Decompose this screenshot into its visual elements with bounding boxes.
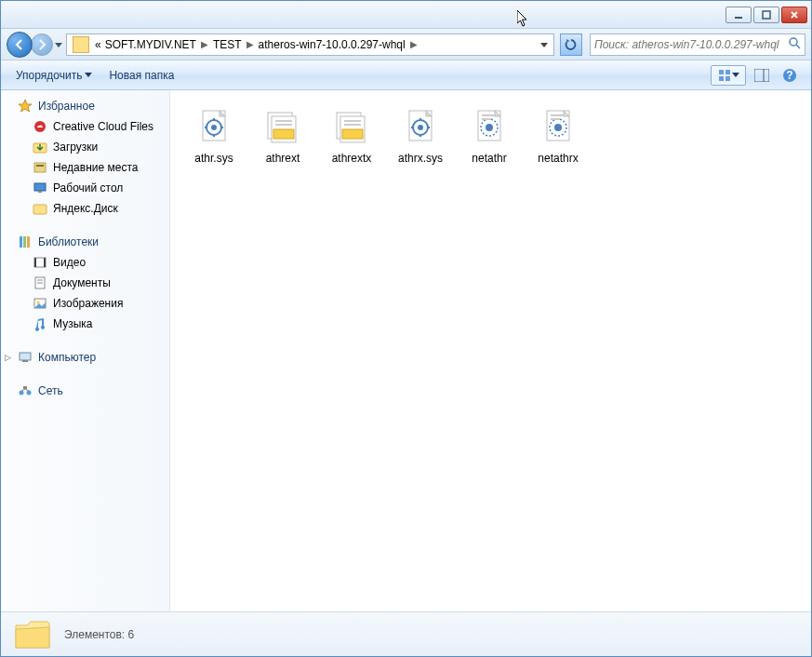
preview-pane-button[interactable] bbox=[750, 65, 774, 86]
search-icon[interactable] bbox=[788, 36, 801, 52]
statusbar: Элементов: 6 bbox=[1, 611, 811, 656]
file-item[interactable]: netathrx bbox=[524, 103, 592, 168]
document-icon bbox=[33, 275, 47, 290]
svg-rect-48 bbox=[275, 124, 292, 126]
breadcrumb-prefix[interactable]: « bbox=[93, 34, 103, 55]
view-mode-button[interactable] bbox=[711, 65, 746, 86]
computer-label: Компьютер bbox=[38, 351, 96, 364]
minimize-button[interactable] bbox=[725, 7, 752, 23]
address-dropdown[interactable] bbox=[537, 38, 552, 51]
file-list[interactable]: athr.sysathrextathrextxathrx.sysnetathrn… bbox=[170, 90, 811, 611]
search-input[interactable] bbox=[594, 38, 788, 51]
chevron-down-icon bbox=[732, 73, 739, 77]
library-icon bbox=[18, 235, 33, 249]
toolbar: Упорядочить Новая папка ? bbox=[1, 60, 811, 90]
svg-rect-18 bbox=[33, 205, 47, 214]
sidebar-item-documents[interactable]: Документы bbox=[1, 273, 169, 293]
refresh-button[interactable] bbox=[560, 34, 582, 56]
new-folder-label: Новая папка bbox=[109, 69, 174, 82]
svg-rect-1 bbox=[763, 11, 770, 19]
sidebar-item-downloads[interactable]: Загрузки bbox=[1, 137, 169, 157]
sidebar-item-pictures[interactable]: Изображения bbox=[1, 293, 169, 314]
breadcrumb-item[interactable]: TEST bbox=[211, 34, 244, 55]
chevron-right-icon: ▶ bbox=[407, 39, 420, 49]
file-label: athrextx bbox=[332, 152, 372, 165]
svg-rect-14 bbox=[34, 163, 46, 172]
network-group: Сеть bbox=[1, 381, 169, 401]
libraries-header[interactable]: Библиотеки bbox=[1, 232, 169, 252]
sidebar-item-yandex-disk[interactable]: Яндекс.Диск bbox=[1, 198, 169, 219]
window-controls bbox=[725, 7, 807, 23]
breadcrumb-item[interactable]: atheros-win7-10.0.0.297-whql bbox=[257, 34, 407, 55]
sidebar-item-desktop[interactable]: Рабочий стол bbox=[1, 178, 169, 198]
chevron-right-icon: ▶ bbox=[244, 39, 257, 49]
star-icon bbox=[18, 99, 33, 114]
address-bar[interactable]: « SOFT.MYDIV.NET ▶ TEST ▶ atheros-win7-1… bbox=[66, 34, 554, 56]
organize-button[interactable]: Упорядочить bbox=[10, 67, 98, 84]
expander-icon: ▷ bbox=[5, 353, 11, 362]
libraries-group: Библиотеки Видео Документы Изображения М… bbox=[1, 232, 169, 334]
file-type-icon bbox=[538, 107, 579, 148]
item-label: Изображения bbox=[53, 297, 123, 310]
svg-rect-69 bbox=[551, 114, 564, 116]
file-item[interactable]: athr.sys bbox=[180, 103, 248, 168]
svg-point-63 bbox=[486, 124, 493, 131]
main-area: Избранное Creative Cloud Files Загрузки … bbox=[1, 90, 811, 611]
file-item[interactable]: netathr bbox=[455, 103, 524, 168]
svg-rect-20 bbox=[23, 236, 26, 248]
svg-line-3 bbox=[796, 45, 800, 48]
history-dropdown[interactable] bbox=[55, 38, 62, 51]
sidebar: Избранное Creative Cloud Files Загрузки … bbox=[1, 90, 170, 611]
forward-button[interactable] bbox=[31, 34, 53, 56]
file-type-icon bbox=[193, 107, 234, 148]
svg-rect-65 bbox=[482, 118, 491, 120]
svg-rect-34 bbox=[23, 386, 27, 389]
close-button[interactable] bbox=[781, 7, 807, 23]
file-item[interactable]: athrextx bbox=[317, 103, 386, 168]
breadcrumb-item[interactable]: SOFT.MYDIV.NET bbox=[103, 34, 198, 55]
svg-rect-52 bbox=[344, 120, 361, 122]
svg-rect-17 bbox=[38, 191, 42, 193]
sidebar-item-creative-cloud[interactable]: Creative Cloud Files bbox=[1, 116, 169, 137]
back-button[interactable] bbox=[7, 32, 33, 58]
file-label: athr.sys bbox=[194, 152, 233, 165]
item-label: Недавние места bbox=[53, 161, 138, 174]
item-label: Creative Cloud Files bbox=[53, 120, 153, 133]
svg-rect-31 bbox=[22, 360, 28, 362]
network-label: Сеть bbox=[38, 384, 63, 397]
svg-rect-21 bbox=[27, 236, 30, 248]
network-header[interactable]: Сеть bbox=[1, 381, 169, 401]
sidebar-item-video[interactable]: Видео bbox=[1, 252, 169, 273]
downloads-icon bbox=[33, 140, 47, 154]
file-label: netathrx bbox=[538, 152, 578, 165]
item-label: Загрузки bbox=[53, 141, 98, 154]
svg-point-33 bbox=[27, 391, 32, 396]
libraries-label: Библиотеки bbox=[38, 235, 99, 248]
svg-rect-23 bbox=[34, 258, 36, 267]
titlebar bbox=[1, 1, 811, 29]
sidebar-item-recent[interactable]: Недавние места bbox=[1, 157, 169, 178]
chevron-right-icon: ▶ bbox=[198, 39, 211, 49]
svg-point-29 bbox=[37, 302, 40, 304]
svg-rect-70 bbox=[551, 118, 560, 120]
file-item[interactable]: athrext bbox=[248, 103, 317, 168]
svg-point-68 bbox=[554, 124, 562, 131]
cursor-icon bbox=[517, 10, 530, 27]
svg-rect-15 bbox=[36, 165, 44, 167]
help-button[interactable]: ? bbox=[778, 65, 802, 86]
maximize-button[interactable] bbox=[753, 7, 779, 23]
new-folder-button[interactable]: Новая папка bbox=[103, 67, 180, 84]
file-item[interactable]: athrx.sys bbox=[386, 103, 455, 168]
network-icon bbox=[18, 383, 33, 398]
navbar: « SOFT.MYDIV.NET ▶ TEST ▶ atheros-win7-1… bbox=[1, 29, 811, 60]
search-box[interactable] bbox=[590, 34, 805, 56]
favorites-header[interactable]: Избранное bbox=[1, 96, 169, 116]
status-text: Элементов: 6 bbox=[64, 628, 134, 641]
toolbar-right: ? bbox=[711, 65, 802, 86]
sidebar-item-music[interactable]: Музыка bbox=[1, 314, 169, 334]
folder-large-icon bbox=[14, 618, 51, 651]
svg-rect-6 bbox=[719, 76, 724, 81]
svg-point-32 bbox=[20, 391, 24, 396]
cloud-icon bbox=[33, 119, 47, 134]
computer-header[interactable]: ▷ Компьютер bbox=[1, 347, 169, 368]
